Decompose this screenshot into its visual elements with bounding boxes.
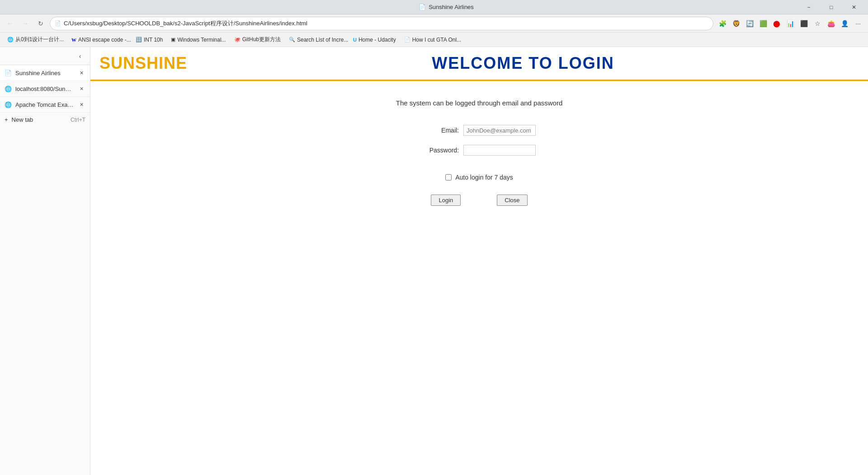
browser-body: ‹ 📄 Sunshine Airlines ✕ 🌐 localhost:8080… xyxy=(0,47,868,475)
tab-close-1[interactable]: ✕ xyxy=(77,85,85,93)
bookmark-label-4: GitHub更新方法 xyxy=(242,36,281,43)
favorites-button[interactable]: ☆ xyxy=(811,17,824,30)
tab-icon-2: 🌐 xyxy=(5,101,12,108)
password-form-group: Password: xyxy=(423,145,536,156)
sidebar-tab-0[interactable]: 📄 Sunshine Airlines ✕ xyxy=(0,65,90,81)
doc-icon: 📄 xyxy=(419,4,426,10)
new-tab-shortcut: Ctrl+T xyxy=(71,117,85,123)
bookmark-1[interactable]: W ANSI escape code -... xyxy=(68,35,131,44)
refresh-button[interactable]: ↻ xyxy=(34,17,47,30)
login-button[interactable]: Login xyxy=(431,195,461,206)
page-title: WELCOME TO LOGIN xyxy=(187,54,859,73)
title-bar: 📄 Sunshine Airlines − □ ✕ xyxy=(0,0,868,14)
bookmarks-bar: 🌐 从0到1设计一台计... W ANSI escape code -... 🔢… xyxy=(0,33,868,47)
minimize-button[interactable]: − xyxy=(798,0,819,14)
page-body: The system can be logged through email a… xyxy=(90,81,868,475)
bookmark-icon-7: 📄 xyxy=(404,37,410,43)
window-title: Sunshine Airlines xyxy=(429,4,474,10)
bookmark-3[interactable]: ▣ Windows Terminal... xyxy=(167,35,229,44)
tab-label-1: localhost:8080/SunshineAirlines/ xyxy=(15,86,74,92)
login-subtitle: The system can be logged through email a… xyxy=(396,99,563,107)
bookmark-label-2: INT 10h xyxy=(144,37,163,43)
sidebar-tab-2[interactable]: 🌐 Apache Tomcat Examples ✕ xyxy=(0,97,90,113)
content-area: SUNSHINE WELCOME TO LOGIN The system can… xyxy=(90,47,868,475)
page-header: SUNSHINE WELCOME TO LOGIN xyxy=(90,47,868,81)
auto-login-label: Auto login for 7 days xyxy=(455,174,513,181)
settings-button[interactable]: ··· xyxy=(852,17,864,30)
profile-button[interactable]: 👤 xyxy=(838,17,851,30)
email-input[interactable] xyxy=(463,125,536,136)
title-bar-controls: − □ ✕ xyxy=(798,0,864,14)
bookmark-label-0: 从0到1设计一台计... xyxy=(15,36,64,43)
address-input[interactable] xyxy=(64,20,708,27)
nav-bar: ← → ↻ 📄 🧩 🦁 🔄 🟩 ⬤ 📊 ⬛ ☆ 👛 👤 ··· xyxy=(0,14,868,33)
email-label: Email: xyxy=(423,127,459,134)
extensions-button[interactable]: 🧩 xyxy=(716,17,729,30)
close-button[interactable]: Close xyxy=(497,195,527,206)
sidebar-collapse-button[interactable]: ‹ xyxy=(74,50,86,62)
auto-login-row: Auto login for 7 days xyxy=(445,174,513,181)
maximize-button[interactable]: □ xyxy=(821,0,842,14)
close-window-button[interactable]: ✕ xyxy=(844,0,864,14)
browser-icon2[interactable]: 🔄 xyxy=(743,17,756,30)
sidebar: ‹ 📄 Sunshine Airlines ✕ 🌐 localhost:8080… xyxy=(0,47,90,475)
new-tab-icon: + xyxy=(5,116,8,123)
bookmark-icon-6: U xyxy=(353,37,357,43)
bookmark-label-1: ANSI escape code -... xyxy=(78,37,131,43)
sunshine-logo: SUNSHINE xyxy=(99,54,187,73)
tab-label-2: Apache Tomcat Examples xyxy=(15,101,74,108)
sidebar-tab-1[interactable]: 🌐 localhost:8080/SunshineAirlines/ ✕ xyxy=(0,81,90,97)
bookmark-0[interactable]: 🌐 从0到1设计一台计... xyxy=(4,34,67,45)
file-icon: 📄 xyxy=(55,20,61,26)
bookmark-icon-0: 🌐 xyxy=(7,37,14,43)
email-form-group: Email: xyxy=(423,125,536,136)
tab-close-0[interactable]: ✕ xyxy=(77,69,85,77)
browser-icon1[interactable]: 🦁 xyxy=(730,17,742,30)
bookmark-icon-3: ▣ xyxy=(171,37,175,43)
bookmark-7[interactable]: 📄 How I cut GTA Onl... xyxy=(401,35,464,44)
back-button[interactable]: ← xyxy=(4,17,16,30)
bookmark-4[interactable]: 🐙 GitHub更新方法 xyxy=(231,34,284,45)
bookmark-icon-4: 🐙 xyxy=(234,37,241,43)
browser-icon5[interactable]: 📊 xyxy=(784,17,797,30)
tab-icon-1: 🌐 xyxy=(5,86,12,92)
bookmark-6[interactable]: U Home - Udacity xyxy=(349,35,400,44)
bookmark-label-5: Search List of Incre... xyxy=(297,37,348,43)
wallet-button[interactable]: 👛 xyxy=(825,17,837,30)
browser-icon4[interactable]: ⬤ xyxy=(770,17,783,30)
password-label: Password: xyxy=(423,147,459,154)
address-bar-wrapper: 📄 xyxy=(50,17,713,30)
buttons-row: Login Close xyxy=(431,195,527,206)
bookmark-icon-1: W xyxy=(71,37,76,43)
sidebar-header: ‹ xyxy=(0,47,90,65)
new-tab-label: New tab xyxy=(12,116,33,123)
bookmark-label-7: How I cut GTA Onl... xyxy=(412,37,461,43)
tab-close-2[interactable]: ✕ xyxy=(77,100,85,109)
browser-icon3[interactable]: 🟩 xyxy=(757,17,769,30)
tab-label-0: Sunshine Airlines xyxy=(15,70,74,76)
bookmark-label-3: Windows Terminal... xyxy=(177,37,226,43)
bookmark-5[interactable]: 🔍 Search List of Incre... xyxy=(285,35,349,44)
bookmark-icon-5: 🔍 xyxy=(289,37,295,43)
forward-button[interactable]: → xyxy=(19,17,32,30)
browser-icon6[interactable]: ⬛ xyxy=(797,17,810,30)
bookmark-2[interactable]: 🔢 INT 10h xyxy=(132,35,166,44)
new-tab-item[interactable]: + New tab Ctrl+T xyxy=(0,113,90,127)
bookmark-label-6: Home - Udacity xyxy=(359,37,396,43)
nav-icons-right: 🧩 🦁 🔄 🟩 ⬤ 📊 ⬛ ☆ 👛 👤 ··· xyxy=(716,17,864,30)
auto-login-checkbox[interactable] xyxy=(445,174,452,180)
logo-text: SUNSHINE xyxy=(99,54,187,72)
title-bar-center: 📄 Sunshine Airlines xyxy=(419,4,474,10)
bookmark-icon-2: 🔢 xyxy=(136,37,142,43)
tab-icon-0: 📄 xyxy=(5,70,12,76)
password-input[interactable] xyxy=(463,145,536,156)
